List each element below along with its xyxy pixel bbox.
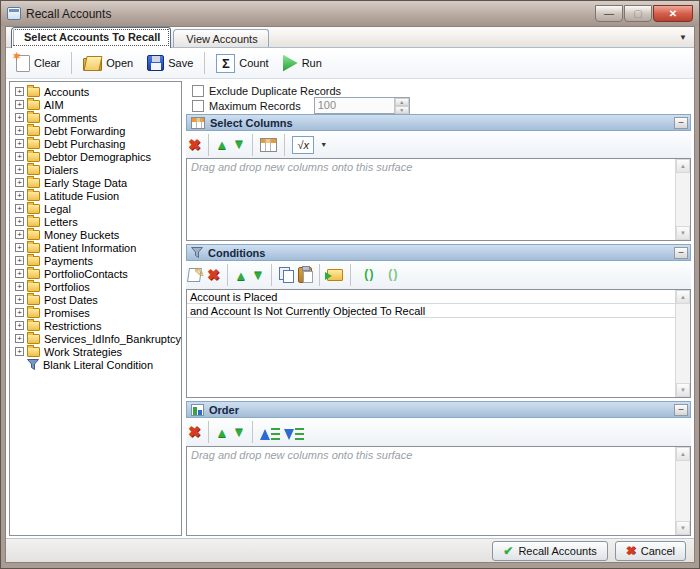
tree-item-blank-literal-condition[interactable]: Blank Literal Condition [13, 358, 181, 371]
expand-plus-icon[interactable]: + [15, 334, 24, 343]
tree-item-debt-purchasing[interactable]: +Debt Purchasing [13, 137, 181, 150]
move-condition-up-icon[interactable]: ▲ [235, 268, 248, 283]
save-button[interactable]: Save [141, 53, 199, 73]
spinner-up-icon[interactable]: ▲ [395, 98, 409, 106]
tree-item-restrictions[interactable]: +Restrictions [13, 319, 181, 332]
move-order-down-icon[interactable]: ▼ [232, 425, 245, 440]
sort-ascending-icon[interactable] [260, 425, 280, 440]
expand-plus-icon[interactable]: + [15, 347, 24, 356]
open-button[interactable]: Open [77, 53, 139, 73]
tab-select-accounts-to-recall[interactable]: Select Accounts To Recall [11, 27, 171, 48]
tree-item-early-stage-data[interactable]: +Early Stage Data [13, 176, 181, 189]
move-up-icon[interactable]: ▲ [216, 137, 229, 152]
expand-plus-icon[interactable]: + [15, 178, 24, 187]
recall-accounts-button[interactable]: ✔ Recall Accounts [492, 541, 607, 561]
expand-plus-icon[interactable]: + [15, 87, 24, 96]
tree-item-latitude-fusion[interactable]: +Latitude Fusion [13, 189, 181, 202]
move-down-icon[interactable]: ▼ [232, 137, 245, 152]
close-button[interactable]: ✕ [653, 5, 693, 22]
tree-item-portfoliocontacts[interactable]: +PortfolioContacts [13, 267, 181, 280]
sort-descending-icon[interactable] [284, 425, 304, 440]
tree-item-patient-information[interactable]: +Patient Information [13, 241, 181, 254]
delete-condition-icon[interactable]: ✖ [207, 266, 220, 284]
remove-parentheses-icon[interactable]: ( ) [382, 268, 402, 283]
expand-plus-icon[interactable]: + [15, 126, 24, 135]
data-tree[interactable]: +Accounts +AIM +Comments +Debt Forwardin… [9, 81, 182, 536]
exclude-duplicates-checkbox[interactable] [192, 85, 204, 97]
expand-plus-icon[interactable]: + [15, 295, 24, 304]
edit-condition-icon[interactable] [188, 268, 203, 283]
cancel-button[interactable]: ✖ Cancel [615, 541, 686, 561]
run-button[interactable]: Run [277, 53, 328, 74]
tab-view-accounts[interactable]: View Accounts [173, 29, 268, 47]
maximum-records-stepper[interactable]: 100 ▲ ▼ [314, 97, 410, 114]
maximum-records-checkbox[interactable] [192, 100, 204, 112]
select-columns-surface[interactable]: Drag and drop new columns onto this surf… [186, 158, 691, 241]
expand-plus-icon[interactable]: + [15, 269, 24, 278]
tree-item-services-idinfo-bankruptcy[interactable]: +Services_IdInfo_Bankruptcy [13, 332, 181, 345]
expand-plus-icon[interactable]: + [15, 100, 24, 109]
expand-plus-icon[interactable]: + [15, 204, 24, 213]
order-collapse-button[interactable]: – [674, 404, 688, 416]
paste-condition-icon[interactable] [298, 267, 312, 283]
scroll-down-icon[interactable]: ▼ [676, 521, 690, 535]
count-button[interactable]: Σ Count [210, 52, 274, 75]
conditions-scrollbar[interactable]: ▲ ▼ [675, 290, 690, 397]
aggregate-function-icon[interactable]: √x [292, 136, 314, 154]
expand-plus-icon[interactable]: + [15, 152, 24, 161]
tree-item-promises[interactable]: +Promises [13, 306, 181, 319]
title-bar[interactable]: Recall Accounts — ▢ ✕ [1, 1, 699, 26]
order-surface[interactable]: Drag and drop new columns onto this surf… [186, 446, 691, 536]
expand-plus-icon[interactable]: + [15, 243, 24, 252]
minimize-button[interactable]: — [595, 5, 623, 22]
tree-item-portfolios[interactable]: +Portfolios [13, 280, 181, 293]
copy-condition-icon[interactable] [279, 267, 294, 283]
expand-plus-icon[interactable]: + [15, 165, 24, 174]
expand-plus-icon[interactable]: + [15, 191, 24, 200]
expand-plus-icon[interactable]: + [15, 230, 24, 239]
tree-item-accounts[interactable]: +Accounts [13, 85, 181, 98]
tree-item-aim[interactable]: +AIM [13, 98, 181, 111]
tree-item-letters[interactable]: +Letters [13, 215, 181, 228]
add-parentheses-icon[interactable]: ( ) [358, 268, 378, 283]
expand-plus-icon[interactable]: + [15, 321, 24, 330]
rename-column-icon[interactable] [260, 138, 277, 152]
tree-item-comments[interactable]: +Comments [13, 111, 181, 124]
expand-plus-icon[interactable]: + [15, 217, 24, 226]
aggregate-dropdown-icon[interactable]: ▼ [320, 141, 327, 148]
clear-button[interactable]: Clear [10, 53, 66, 74]
scroll-up-icon[interactable]: ▲ [676, 447, 690, 461]
group-conditions-icon[interactable] [327, 269, 343, 281]
condition-row[interactable]: and Account Is Not Currently Objected To… [187, 304, 675, 318]
scroll-up-icon[interactable]: ▲ [676, 290, 690, 304]
expand-plus-icon[interactable]: + [15, 113, 24, 122]
select-columns-scrollbar[interactable]: ▲ ▼ [675, 159, 690, 240]
delete-order-icon[interactable]: ✖ [188, 423, 201, 441]
expand-plus-icon[interactable]: + [15, 256, 24, 265]
expand-plus-icon[interactable]: + [15, 282, 24, 291]
condition-row[interactable]: Account is Placed [187, 290, 675, 304]
tree-item-debt-forwarding[interactable]: +Debt Forwarding [13, 124, 181, 137]
expand-plus-icon[interactable]: + [15, 308, 24, 317]
tree-item-debtor-demographics[interactable]: +Debtor Demographics [13, 150, 181, 163]
expand-plus-icon[interactable]: + [15, 139, 24, 148]
tree-item-work-strategies[interactable]: +Work Strategies [13, 345, 181, 358]
tab-overflow-icon[interactable]: ▼ [679, 33, 687, 42]
scroll-down-icon[interactable]: ▼ [676, 383, 690, 397]
order-scrollbar[interactable]: ▲ ▼ [675, 447, 690, 535]
select-columns-collapse-button[interactable]: – [674, 117, 688, 129]
tree-item-money-buckets[interactable]: +Money Buckets [13, 228, 181, 241]
move-condition-down-icon[interactable]: ▼ [251, 268, 264, 283]
conditions-list[interactable]: Account is Placed and Account Is Not Cur… [186, 289, 691, 398]
tree-item-post-dates[interactable]: +Post Dates [13, 293, 181, 306]
tree-item-payments[interactable]: +Payments [13, 254, 181, 267]
tree-item-legal[interactable]: +Legal [13, 202, 181, 215]
spinner-down-icon[interactable]: ▼ [395, 106, 409, 114]
conditions-collapse-button[interactable]: – [674, 247, 688, 259]
delete-column-icon[interactable]: ✖ [188, 136, 201, 154]
scroll-up-icon[interactable]: ▲ [676, 159, 690, 173]
move-order-up-icon[interactable]: ▲ [216, 425, 229, 440]
scroll-down-icon[interactable]: ▼ [676, 226, 690, 240]
maximize-button[interactable]: ▢ [624, 5, 652, 22]
tree-item-dialers[interactable]: +Dialers [13, 163, 181, 176]
